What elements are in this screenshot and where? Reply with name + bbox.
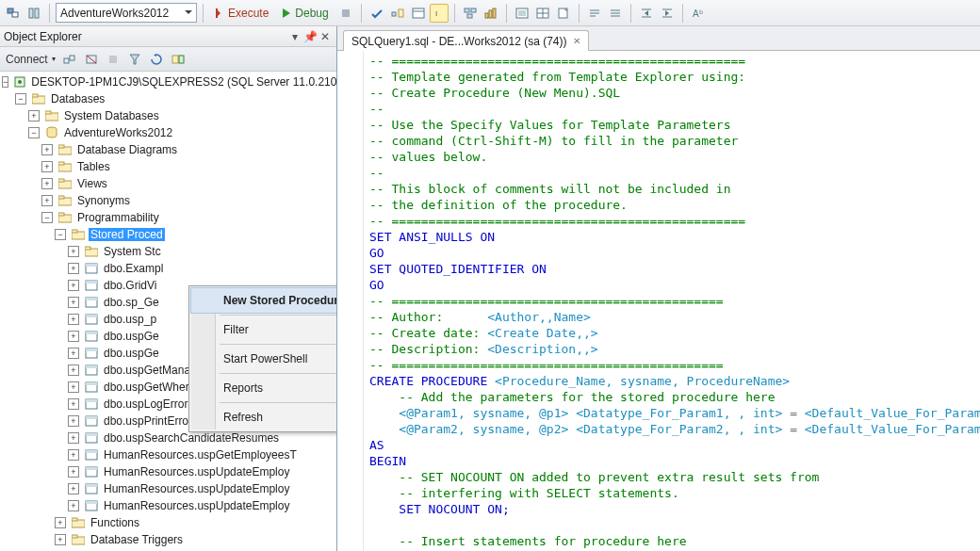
close-panel-icon[interactable]: ✕ bbox=[318, 30, 333, 43]
expand-icon[interactable]: + bbox=[68, 365, 79, 376]
diagrams-node[interactable]: +Database Diagrams bbox=[2, 141, 336, 158]
expand-icon[interactable]: + bbox=[68, 297, 79, 308]
expand-icon[interactable]: + bbox=[68, 280, 79, 291]
stored-procedure-item[interactable]: +HumanResources.uspUpdateEmploy bbox=[2, 463, 336, 480]
programmability-node[interactable]: −Programmability bbox=[2, 209, 336, 226]
expand-icon[interactable]: + bbox=[68, 314, 79, 325]
outdent-icon[interactable] bbox=[637, 4, 656, 23]
expand-icon[interactable]: + bbox=[68, 483, 79, 494]
sysdb-node[interactable]: +System Databases bbox=[2, 107, 336, 124]
stored-procedure-item[interactable]: +HumanResources.uspUpdateEmploy bbox=[2, 497, 336, 514]
stored-procedure-item[interactable]: +dbo.Exampl bbox=[2, 260, 336, 277]
code-area[interactable]: -- =====================================… bbox=[337, 51, 980, 551]
sp-label: HumanResources.uspUpdateEmploy bbox=[102, 499, 291, 512]
stored-procedure-icon bbox=[84, 381, 99, 394]
expand-icon[interactable]: + bbox=[28, 110, 40, 122]
uncomment-icon[interactable] bbox=[606, 4, 625, 23]
results-file-icon[interactable] bbox=[554, 4, 573, 23]
results-grid-icon[interactable] bbox=[533, 4, 552, 23]
svg-rect-94 bbox=[86, 450, 97, 453]
svg-text:Aᵇ: Aᵇ bbox=[693, 8, 703, 19]
expand-icon[interactable]: + bbox=[41, 144, 53, 155]
change-type-icon[interactable] bbox=[4, 4, 23, 23]
parse-icon[interactable] bbox=[368, 4, 386, 23]
expand-icon[interactable]: + bbox=[68, 398, 79, 410]
expand-icon[interactable]: + bbox=[68, 466, 79, 478]
sql-editor[interactable]: -- =====================================… bbox=[364, 51, 980, 551]
object-tree[interactable]: −DESKTOP-1PM1CJ9\SQLEXPRESS2 (SQL Server… bbox=[0, 72, 336, 551]
connect-button[interactable]: Connect▾ bbox=[4, 53, 57, 66]
indent-icon[interactable] bbox=[658, 4, 677, 23]
collapse-icon[interactable]: − bbox=[55, 229, 66, 240]
outline-gutter bbox=[337, 51, 364, 551]
svg-line-44 bbox=[87, 56, 96, 63]
db-node[interactable]: −AdventureWorks2012 bbox=[2, 124, 336, 141]
connect-icon[interactable] bbox=[60, 50, 79, 69]
dbtriggers-node[interactable]: +Database Triggers bbox=[2, 531, 336, 548]
sync-icon[interactable] bbox=[169, 50, 188, 69]
collapse-icon[interactable]: − bbox=[41, 212, 53, 223]
ctx-start-powershell[interactable]: Start PowerShell bbox=[191, 347, 336, 371]
svg-rect-70 bbox=[85, 247, 90, 250]
stop-icon-2[interactable] bbox=[104, 50, 122, 69]
synonyms-node[interactable]: +Synonyms bbox=[2, 192, 336, 209]
specify-values-icon[interactable]: Aᵇ bbox=[689, 4, 708, 23]
editor-tab[interactable]: SQLQuery1.sql - DE...Works2012 (sa (74))… bbox=[343, 30, 589, 51]
expand-icon[interactable]: + bbox=[55, 534, 66, 545]
stored-procedure-item[interactable]: +HumanResources.uspUpdateEmploy bbox=[2, 480, 336, 497]
stored-procedure-icon bbox=[84, 499, 99, 512]
estimated-plan-icon[interactable] bbox=[388, 4, 407, 23]
svg-rect-5 bbox=[216, 8, 218, 18]
include-stats-icon[interactable] bbox=[482, 4, 500, 23]
intellisense-icon[interactable]: I bbox=[430, 4, 449, 23]
views-node[interactable]: +Views bbox=[2, 175, 336, 192]
ctx-reports[interactable]: Reports▶ bbox=[191, 376, 336, 400]
expand-icon[interactable]: + bbox=[68, 348, 79, 359]
functions-node[interactable]: +Functions bbox=[2, 514, 336, 531]
disconnect-icon[interactable] bbox=[82, 50, 101, 69]
expand-icon[interactable]: + bbox=[68, 432, 79, 444]
expand-icon[interactable]: + bbox=[68, 246, 79, 257]
comment-icon[interactable] bbox=[585, 4, 604, 23]
registered-servers-icon[interactable] bbox=[24, 4, 43, 23]
execute-button[interactable]: Execute bbox=[209, 3, 274, 24]
tables-node[interactable]: +Tables bbox=[2, 158, 336, 175]
include-plan-icon[interactable] bbox=[461, 4, 480, 23]
stored-procedure-icon bbox=[84, 347, 99, 360]
sp-label: dbo.Exampl bbox=[102, 262, 165, 275]
expand-icon[interactable]: + bbox=[41, 178, 53, 189]
refresh-icon[interactable] bbox=[147, 50, 166, 69]
ctx-filter[interactable]: Filter▶ bbox=[191, 317, 336, 342]
folder-icon bbox=[57, 211, 73, 224]
collapse-icon[interactable]: − bbox=[28, 127, 40, 138]
server-node[interactable]: −DESKTOP-1PM1CJ9\SQLEXPRESS2 (SQL Server… bbox=[2, 73, 336, 90]
expand-icon[interactable]: + bbox=[55, 517, 66, 528]
expand-icon[interactable]: + bbox=[68, 263, 79, 274]
expand-icon[interactable]: + bbox=[68, 331, 79, 342]
ctx-refresh[interactable]: Refresh bbox=[191, 405, 336, 429]
debug-button[interactable]: Debug bbox=[276, 3, 334, 24]
expand-icon[interactable]: + bbox=[68, 415, 79, 427]
collapse-icon[interactable]: − bbox=[2, 76, 8, 88]
stored-procedure-item[interactable]: +HumanResources.uspGetEmployeesT bbox=[2, 446, 336, 463]
stored-procedures-node[interactable]: −Stored Proced bbox=[2, 226, 336, 243]
sys-sp-node[interactable]: +System Stc bbox=[2, 243, 336, 260]
collapse-icon[interactable]: − bbox=[15, 93, 26, 105]
svg-rect-1 bbox=[12, 12, 18, 17]
expand-icon[interactable]: + bbox=[68, 381, 79, 393]
panel-title-text: Object Explorer bbox=[4, 30, 82, 43]
close-tab-icon[interactable]: ✕ bbox=[573, 36, 580, 46]
filter-icon[interactable] bbox=[125, 50, 144, 69]
expand-icon[interactable]: + bbox=[41, 161, 53, 172]
database-dropdown[interactable]: AdventureWorks2012 bbox=[56, 3, 197, 23]
dropdown-icon[interactable]: ▾ bbox=[287, 30, 302, 43]
expand-icon[interactable]: + bbox=[68, 449, 79, 461]
expand-icon[interactable]: + bbox=[41, 195, 53, 206]
expand-icon[interactable]: + bbox=[68, 500, 79, 511]
query-options-icon[interactable] bbox=[409, 4, 428, 23]
results-text-icon[interactable] bbox=[513, 4, 531, 23]
databases-node[interactable]: −Databases bbox=[2, 90, 336, 107]
pin-icon[interactable]: 📌 bbox=[302, 30, 318, 43]
ctx-new-stored-procedure[interactable]: New Stored Procedure... bbox=[191, 288, 336, 313]
stop-icon[interactable] bbox=[336, 4, 355, 23]
